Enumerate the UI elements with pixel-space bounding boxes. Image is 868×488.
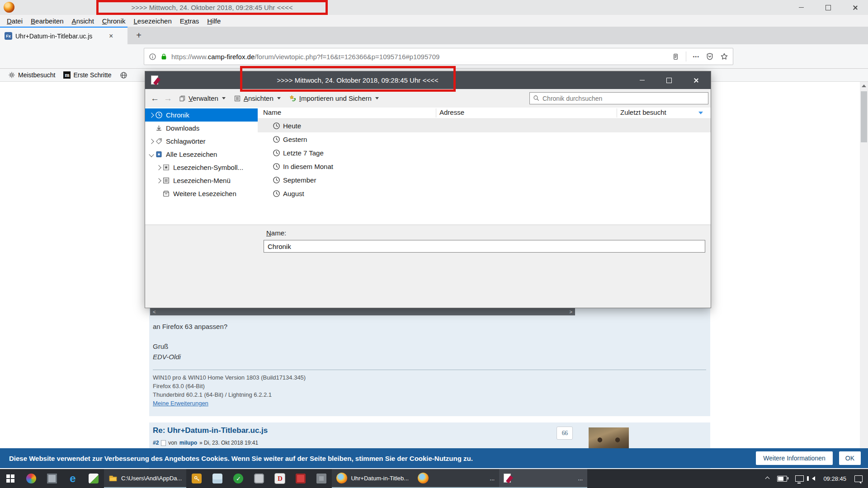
code-scroll-left-icon[interactable]: <	[153, 309, 156, 314]
sidebar-item-downloads[interactable]: Downloads	[145, 122, 258, 135]
column-name[interactable]: Name	[263, 108, 281, 116]
battery-icon[interactable]	[777, 476, 787, 482]
tray-expand-icon[interactable]	[765, 476, 770, 481]
library-body: Chronik Downloads Schlagwörter Alle Lese…	[145, 108, 711, 225]
menu-bearbeiten[interactable]: Bearbeiten	[27, 17, 68, 25]
expander-icon[interactable]	[155, 166, 162, 169]
name-field-input[interactable]	[264, 240, 705, 253]
cookie-info-button[interactable]: Weitere Informationen	[756, 451, 832, 465]
network-icon[interactable]	[795, 475, 804, 482]
history-row-september[interactable]: September	[258, 173, 711, 187]
taskbar-remote-pc-icon[interactable]	[290, 469, 311, 488]
sidebar-item-weitere-lesezeichen[interactable]: Weitere Lesezeichen	[145, 187, 258, 200]
history-row-heute[interactable]: Heute	[258, 119, 711, 132]
bookmark-meistbesucht[interactable]: Meistbesucht	[8, 71, 55, 79]
bookmark-star-icon[interactable]	[720, 52, 728, 61]
verwalten-dropdown[interactable]: Verwalten	[177, 94, 227, 102]
expander-icon[interactable]	[148, 140, 155, 143]
bookmark-erste-schritte[interactable]: m Erste Schritte	[63, 71, 111, 79]
taskbar-clock[interactable]: 09:28:45	[823, 475, 846, 482]
taskbar-device-icon[interactable]	[249, 469, 269, 488]
pocket-icon[interactable]	[706, 52, 714, 61]
bookmark-globe[interactable]	[120, 71, 127, 79]
menu-extras[interactable]: Extras	[176, 17, 203, 25]
history-row-letzte-7-tage[interactable]: Letzte 7 Tage	[258, 146, 711, 160]
lock-icon[interactable]	[160, 53, 168, 61]
quote-button[interactable]: 66	[557, 427, 573, 440]
minimize-button[interactable]	[790, 0, 812, 15]
menu-datei[interactable]: Datei	[3, 17, 27, 25]
menu-lesezeichen[interactable]: Lesezeichen	[130, 17, 176, 25]
cookie-ok-button[interactable]: OK	[839, 451, 861, 465]
library-search-input[interactable]	[529, 92, 708, 104]
new-tab-button[interactable]: +	[132, 28, 146, 43]
code-scroll-right-icon[interactable]: >	[570, 309, 572, 314]
annotation-red-box-library	[240, 66, 456, 92]
taskbar-edge-icon[interactable]: e	[62, 469, 83, 488]
taskbar-explorer-button[interactable]: C:\Users\Andi\AppDa...	[104, 469, 186, 488]
taskbar-monitor-app-icon[interactable]	[42, 469, 62, 488]
history-row-gestern[interactable]: Gestern	[258, 132, 711, 146]
close-button[interactable]	[844, 0, 867, 15]
taskbar-firefox-button-2[interactable]: ...	[413, 469, 499, 488]
taskbar-keepass-icon[interactable]	[186, 469, 207, 488]
menu-chronik[interactable]: Chronik	[98, 17, 130, 25]
ansichten-dropdown[interactable]: Ansichten	[232, 94, 283, 102]
taskbar-notepad-icon[interactable]	[207, 469, 228, 488]
sort-indicator-icon	[698, 112, 703, 114]
taskbar-camera-icon[interactable]	[311, 469, 332, 488]
screen: >>>> Mittwoch, 24. Oktober 2018, 09:28:4…	[0, 0, 868, 488]
sidebar-item-lesezeichen-symbolleiste[interactable]: Lesezeichen-Symboll...	[145, 161, 258, 174]
code-scrollbar[interactable]: < >	[150, 308, 575, 315]
history-row-in-diesem-monat[interactable]: In diesem Monat	[258, 160, 711, 173]
page-scrollbar-thumb[interactable]	[861, 91, 867, 142]
page-actions-icon[interactable]: •••	[693, 54, 699, 59]
name-field-label: Name:	[266, 229, 286, 237]
page-info-icon[interactable]	[149, 53, 156, 61]
url-bar[interactable]: https://www.camp-firefox.de/forum/viewto…	[144, 48, 733, 65]
sidebar-item-schlagwoerter[interactable]: Schlagwörter	[145, 135, 258, 148]
post2-number-link[interactable]: #2	[153, 440, 159, 446]
library-back-button[interactable]: ←	[151, 94, 159, 103]
annotation-red-box-titlebar: >>>> Mittwoch, 24. Oktober 2018, 09:28:4…	[96, 0, 328, 15]
signature-link[interactable]: Meine Erweiterungen	[153, 400, 208, 407]
taskbar-d-app-icon[interactable]: D	[269, 469, 290, 488]
history-list: Name Adresse Zuletzt besucht Heute Geste…	[258, 108, 711, 225]
column-zuletzt-besucht[interactable]: Zuletzt besucht	[620, 108, 666, 116]
menu-hilfe[interactable]: Hilfe	[203, 17, 225, 25]
import-backup-dropdown[interactable]: Importieren und Sichern	[287, 94, 381, 102]
taskbar-firefox-button-1[interactable]: Uhr+Datum-in-Titleb...	[332, 469, 413, 488]
post2-title[interactable]: Re: Uhr+Datum-in-Titlebar.uc.js	[153, 426, 268, 435]
m-favicon-icon: m	[63, 71, 71, 79]
sidebar-item-lesezeichen-menu[interactable]: Lesezeichen-Menü	[145, 174, 258, 187]
post1-greeting: Gruß	[153, 343, 168, 350]
taskbar-antivirus-icon[interactable]: ✓	[228, 469, 249, 488]
url-text[interactable]: https://www.camp-firefox.de/forum/viewto…	[171, 53, 672, 61]
scrollbar-up-icon[interactable]	[862, 84, 866, 87]
taskbar-library-button[interactable]: ...	[499, 469, 587, 488]
expander-icon[interactable]	[148, 113, 155, 117]
expander-icon[interactable]	[148, 153, 155, 156]
start-button[interactable]	[0, 469, 21, 488]
taskbar-pinwheel-icon[interactable]	[21, 469, 42, 488]
speaker-icon[interactable]	[812, 476, 815, 481]
maximize-button[interactable]	[817, 0, 840, 15]
menu-ansicht[interactable]: Ansicht	[68, 17, 98, 25]
library-forward-button[interactable]: →	[164, 94, 172, 103]
action-center-icon[interactable]	[854, 475, 863, 482]
expander-icon[interactable]	[155, 179, 162, 183]
library-close-button[interactable]	[686, 71, 707, 89]
library-minimize-button[interactable]	[632, 71, 652, 89]
library-maximize-button[interactable]	[659, 71, 679, 89]
reader-mode-icon[interactable]	[672, 53, 679, 61]
taskbar-notes-app-icon[interactable]	[83, 469, 104, 488]
tab-active[interactable]: Fx Uhr+Datum-in-Titlebar.uc.js ×	[0, 27, 127, 44]
column-adresse[interactable]: Adresse	[439, 108, 464, 116]
post2-author-link[interactable]: milupo	[179, 440, 197, 446]
sidebar-item-chronik[interactable]: Chronik	[145, 108, 258, 122]
history-row-august[interactable]: August	[258, 187, 711, 200]
tab-close-icon[interactable]: ×	[109, 32, 113, 40]
sidebar-item-alle-lesezeichen[interactable]: Alle Lesezeichen	[145, 148, 258, 161]
caret-down-icon	[277, 97, 281, 99]
search-icon	[533, 94, 540, 102]
